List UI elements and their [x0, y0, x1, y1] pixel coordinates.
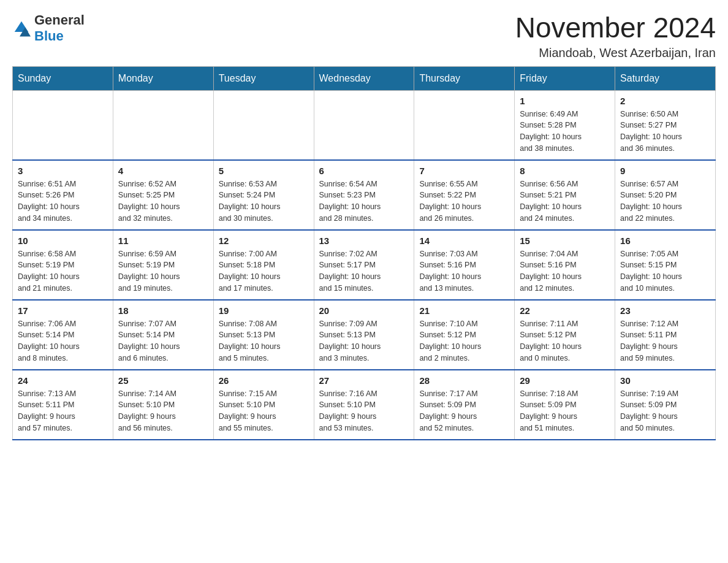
day-number: 6 — [319, 166, 409, 176]
day-info: Sunrise: 7:17 AM Sunset: 5:09 PM Dayligh… — [419, 388, 509, 434]
day-info: Sunrise: 6:57 AM Sunset: 5:20 PM Dayligh… — [620, 178, 710, 224]
calendar-cell — [414, 90, 515, 160]
calendar-cell: 23Sunrise: 7:12 AM Sunset: 5:11 PM Dayli… — [615, 300, 716, 370]
month-title: November 2024 — [515, 12, 716, 44]
calendar-cell: 2Sunrise: 6:50 AM Sunset: 5:27 PM Daylig… — [615, 90, 716, 160]
day-info: Sunrise: 6:56 AM Sunset: 5:21 PM Dayligh… — [520, 178, 610, 224]
day-number: 14 — [419, 236, 509, 246]
calendar-cell: 15Sunrise: 7:04 AM Sunset: 5:16 PM Dayli… — [515, 230, 615, 300]
day-info: Sunrise: 7:12 AM Sunset: 5:11 PM Dayligh… — [620, 318, 710, 364]
calendar-cell: 9Sunrise: 6:57 AM Sunset: 5:20 PM Daylig… — [615, 160, 716, 230]
day-number: 12 — [219, 236, 309, 246]
calendar-week-row: 1Sunrise: 6:49 AM Sunset: 5:28 PM Daylig… — [13, 90, 716, 160]
day-info: Sunrise: 7:10 AM Sunset: 5:12 PM Dayligh… — [419, 318, 509, 364]
calendar-cell: 12Sunrise: 7:00 AM Sunset: 5:18 PM Dayli… — [213, 230, 314, 300]
day-info: Sunrise: 7:03 AM Sunset: 5:16 PM Dayligh… — [419, 248, 509, 294]
title-block: November 2024 Miandoab, West Azerbaijan,… — [515, 12, 716, 60]
calendar-cell: 17Sunrise: 7:06 AM Sunset: 5:14 PM Dayli… — [13, 300, 113, 370]
day-number: 30 — [620, 375, 710, 386]
day-info: Sunrise: 6:50 AM Sunset: 5:27 PM Dayligh… — [620, 109, 710, 155]
day-info: Sunrise: 7:02 AM Sunset: 5:17 PM Dayligh… — [319, 248, 409, 294]
calendar-cell: 7Sunrise: 6:55 AM Sunset: 5:22 PM Daylig… — [414, 160, 515, 230]
day-number: 19 — [219, 305, 309, 316]
day-number: 15 — [520, 236, 610, 246]
day-info: Sunrise: 7:18 AM Sunset: 5:09 PM Dayligh… — [520, 388, 610, 434]
day-number: 25 — [118, 375, 208, 386]
day-number: 4 — [118, 166, 208, 176]
calendar-cell: 1Sunrise: 6:49 AM Sunset: 5:28 PM Daylig… — [515, 90, 615, 160]
logo: General Blue — [12, 12, 85, 44]
day-number: 3 — [18, 166, 108, 176]
day-info: Sunrise: 6:51 AM Sunset: 5:26 PM Dayligh… — [18, 178, 108, 224]
calendar-cell: 26Sunrise: 7:15 AM Sunset: 5:10 PM Dayli… — [213, 370, 314, 440]
location: Miandoab, West Azerbaijan, Iran — [515, 46, 716, 60]
day-info: Sunrise: 6:58 AM Sunset: 5:19 PM Dayligh… — [18, 248, 108, 294]
day-number: 7 — [419, 166, 509, 176]
day-info: Sunrise: 6:52 AM Sunset: 5:25 PM Dayligh… — [118, 178, 208, 224]
day-number: 18 — [118, 305, 208, 316]
calendar-cell — [314, 90, 414, 160]
calendar-cell: 13Sunrise: 7:02 AM Sunset: 5:17 PM Dayli… — [314, 230, 414, 300]
weekday-header-row: SundayMondayTuesdayWednesdayThursdayFrid… — [13, 66, 716, 90]
day-info: Sunrise: 7:09 AM Sunset: 5:13 PM Dayligh… — [319, 318, 409, 364]
day-number: 29 — [520, 375, 610, 386]
day-info: Sunrise: 7:07 AM Sunset: 5:14 PM Dayligh… — [118, 318, 208, 364]
day-info: Sunrise: 6:59 AM Sunset: 5:19 PM Dayligh… — [118, 248, 208, 294]
day-info: Sunrise: 7:13 AM Sunset: 5:11 PM Dayligh… — [18, 388, 108, 434]
day-number: 23 — [620, 305, 710, 316]
calendar-cell: 20Sunrise: 7:09 AM Sunset: 5:13 PM Dayli… — [314, 300, 414, 370]
weekday-header-saturday: Saturday — [615, 66, 716, 90]
day-number: 17 — [18, 305, 108, 316]
day-info: Sunrise: 7:08 AM Sunset: 5:13 PM Dayligh… — [219, 318, 309, 364]
day-number: 2 — [620, 96, 710, 106]
day-info: Sunrise: 6:55 AM Sunset: 5:22 PM Dayligh… — [419, 178, 509, 224]
calendar-cell: 30Sunrise: 7:19 AM Sunset: 5:09 PM Dayli… — [615, 370, 716, 440]
day-info: Sunrise: 6:49 AM Sunset: 5:28 PM Dayligh… — [520, 109, 610, 155]
calendar-cell — [13, 90, 113, 160]
calendar-cell: 21Sunrise: 7:10 AM Sunset: 5:12 PM Dayli… — [414, 300, 515, 370]
calendar-week-row: 3Sunrise: 6:51 AM Sunset: 5:26 PM Daylig… — [13, 160, 716, 230]
weekday-header-monday: Monday — [113, 66, 213, 90]
day-info: Sunrise: 7:05 AM Sunset: 5:15 PM Dayligh… — [620, 248, 710, 294]
weekday-header-friday: Friday — [515, 66, 615, 90]
calendar-cell: 14Sunrise: 7:03 AM Sunset: 5:16 PM Dayli… — [414, 230, 515, 300]
calendar-cell: 6Sunrise: 6:54 AM Sunset: 5:23 PM Daylig… — [314, 160, 414, 230]
day-info: Sunrise: 7:00 AM Sunset: 5:18 PM Dayligh… — [219, 248, 309, 294]
calendar-cell: 4Sunrise: 6:52 AM Sunset: 5:25 PM Daylig… — [113, 160, 213, 230]
weekday-header-thursday: Thursday — [414, 66, 515, 90]
day-number: 27 — [319, 375, 409, 386]
calendar-week-row: 10Sunrise: 6:58 AM Sunset: 5:19 PM Dayli… — [13, 230, 716, 300]
weekday-header-tuesday: Tuesday — [213, 66, 314, 90]
logo-text: General Blue — [34, 12, 85, 44]
day-number: 21 — [419, 305, 509, 316]
calendar-cell: 8Sunrise: 6:56 AM Sunset: 5:21 PM Daylig… — [515, 160, 615, 230]
calendar-week-row: 17Sunrise: 7:06 AM Sunset: 5:14 PM Dayli… — [13, 300, 716, 370]
calendar-cell — [213, 90, 314, 160]
calendar-week-row: 24Sunrise: 7:13 AM Sunset: 5:11 PM Dayli… — [13, 370, 716, 440]
day-info: Sunrise: 7:06 AM Sunset: 5:14 PM Dayligh… — [18, 318, 108, 364]
calendar-cell: 22Sunrise: 7:11 AM Sunset: 5:12 PM Dayli… — [515, 300, 615, 370]
calendar-cell: 28Sunrise: 7:17 AM Sunset: 5:09 PM Dayli… — [414, 370, 515, 440]
calendar-cell: 16Sunrise: 7:05 AM Sunset: 5:15 PM Dayli… — [615, 230, 716, 300]
day-number: 26 — [219, 375, 309, 386]
calendar-table: SundayMondayTuesdayWednesdayThursdayFrid… — [12, 66, 716, 440]
calendar-cell: 3Sunrise: 6:51 AM Sunset: 5:26 PM Daylig… — [13, 160, 113, 230]
calendar-cell: 29Sunrise: 7:18 AM Sunset: 5:09 PM Dayli… — [515, 370, 615, 440]
day-number: 20 — [319, 305, 409, 316]
calendar-cell: 11Sunrise: 6:59 AM Sunset: 5:19 PM Dayli… — [113, 230, 213, 300]
day-info: Sunrise: 7:16 AM Sunset: 5:10 PM Dayligh… — [319, 388, 409, 434]
calendar-cell — [113, 90, 213, 160]
weekday-header-wednesday: Wednesday — [314, 66, 414, 90]
calendar-cell: 18Sunrise: 7:07 AM Sunset: 5:14 PM Dayli… — [113, 300, 213, 370]
day-number: 5 — [219, 166, 309, 176]
day-info: Sunrise: 7:19 AM Sunset: 5:09 PM Dayligh… — [620, 388, 710, 434]
calendar-cell: 19Sunrise: 7:08 AM Sunset: 5:13 PM Dayli… — [213, 300, 314, 370]
day-number: 11 — [118, 236, 208, 246]
day-number: 8 — [520, 166, 610, 176]
page-header: General Blue November 2024 Miandoab, Wes… — [12, 12, 716, 60]
calendar-cell: 24Sunrise: 7:13 AM Sunset: 5:11 PM Dayli… — [13, 370, 113, 440]
day-number: 28 — [419, 375, 509, 386]
day-info: Sunrise: 7:11 AM Sunset: 5:12 PM Dayligh… — [520, 318, 610, 364]
day-number: 10 — [18, 236, 108, 246]
day-info: Sunrise: 7:04 AM Sunset: 5:16 PM Dayligh… — [520, 248, 610, 294]
